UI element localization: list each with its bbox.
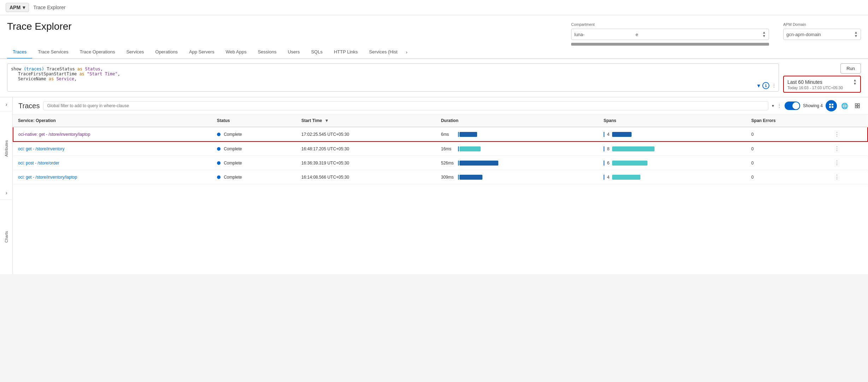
cell-status-1: Complete [212, 127, 297, 141]
duration-fill-1 [459, 132, 477, 137]
globe-view-icon[interactable]: 🌐 [840, 101, 850, 111]
side-toggle-top[interactable]: › [0, 97, 13, 111]
row-menu-4[interactable]: ⋮ [834, 174, 840, 180]
tab-app-servers[interactable]: App Servers [183, 46, 220, 59]
toggle-knob [792, 102, 799, 109]
table-row: oci: get - /store/inventory Complete 16:… [13, 141, 868, 156]
duration-text-2: 16ms [441, 146, 455, 151]
view-toggle-switch[interactable] [785, 102, 800, 110]
apm-dropdown[interactable]: APM ▾ [6, 3, 29, 12]
query-expand-chevron[interactable]: ▼ [757, 83, 760, 88]
duration-tick-4 [458, 175, 459, 180]
row-menu-3[interactable]: ⋮ [834, 160, 840, 166]
traces-panel-title: Traces [18, 102, 40, 110]
cell-service-operation-4: oci: get - /store/inventory/laptop [13, 170, 212, 184]
query-more-icon[interactable]: ⋮ [772, 83, 776, 88]
duration-bar-2 [458, 146, 481, 151]
duration-text-4: 309ms [441, 175, 455, 180]
cell-duration-4: 309ms [436, 170, 599, 184]
showing-count: Showing 4 [803, 103, 823, 108]
tab-trace-services[interactable]: Trace Services [32, 46, 74, 59]
filter-chevron-icon[interactable]: ▾ [772, 103, 774, 108]
cell-duration-3: 526ms [436, 156, 599, 170]
page-header: Trace Explorer Compartment luna- e ▲▼ AP… [0, 15, 868, 46]
table-row: oci-native: get - /store/inventory/lapto… [13, 127, 868, 141]
global-filter-input[interactable] [43, 101, 768, 110]
duration-tick-1 [458, 132, 459, 137]
charts-side-label[interactable]: Charts [0, 200, 12, 274]
progress-bar [571, 43, 769, 46]
col-header-service-operation: Service: Operation [13, 115, 212, 127]
cell-duration-2: 16ms [436, 141, 599, 156]
cell-start-time-2: 16:48:17.205 UTC+05:30 [297, 141, 436, 156]
time-selector[interactable]: Last 60 Minutes ▲▼ Today 16:03 - 17:03 U… [783, 76, 861, 93]
cell-spans-4: 4 [599, 170, 746, 184]
svg-rect-4 [855, 104, 857, 105]
expand-icon[interactable] [852, 101, 862, 111]
cell-actions-2: ⋮ [829, 141, 868, 156]
compartment-select[interactable]: luna- e ▲▼ [571, 29, 769, 40]
top-bar: APM ▾ Trace Explorer [0, 0, 868, 15]
tab-http-links[interactable]: HTTP Links [328, 46, 364, 59]
cell-start-time-4: 16:14:08.566 UTC+05:30 [297, 170, 436, 184]
toolbar-more-icon[interactable]: ⋮ [777, 103, 782, 109]
traces-table-container: Service: Operation Status Start Time ▼ D… [13, 115, 868, 184]
duration-fill-3 [459, 161, 498, 166]
tab-operations[interactable]: Operations [149, 46, 183, 59]
col-header-actions [829, 115, 868, 127]
tab-web-apps[interactable]: Web Apps [220, 46, 252, 59]
toolbar-icons: ▾ ⋮ Showing 4 🌐 [772, 100, 862, 111]
span-tick-3 [604, 161, 604, 166]
query-info-icon[interactable]: i [762, 82, 769, 89]
run-button[interactable]: Run [840, 63, 861, 74]
cell-service-operation-3: oci: post - /store/order [13, 156, 212, 170]
cell-status-4: Complete [212, 170, 297, 184]
service-operation-link-3[interactable]: oci: post - /store/order [18, 161, 59, 166]
query-line1: show (traces) TraceStatus as Status, [11, 66, 775, 71]
side-toggle-charts[interactable]: › [0, 186, 13, 200]
row-menu-1[interactable]: ⋮ [834, 131, 840, 137]
cell-spans-3: 6 [599, 156, 746, 170]
service-operation-link-2[interactable]: oci: get - /store/inventory [18, 146, 64, 151]
compartment-section: Compartment luna- e ▲▼ [571, 22, 769, 46]
query-line2: TraceFirstSpanStartTime as "Start Time", [18, 71, 775, 76]
svg-rect-1 [832, 104, 833, 105]
tabs-container: Traces Trace Services Trace Operations S… [0, 46, 868, 59]
cell-span-errors-1: 0 [746, 127, 829, 141]
duration-text-3: 526ms [441, 161, 455, 166]
tab-services[interactable]: Services [121, 46, 149, 59]
tab-users[interactable]: Users [282, 46, 305, 59]
service-operation-link-1[interactable]: oci-native: get - /store/inventory/lapto… [18, 132, 90, 137]
status-dot-1 [217, 133, 221, 136]
cell-status-3: Complete [212, 156, 297, 170]
grid-view-icon[interactable] [826, 100, 837, 111]
col-header-start-time[interactable]: Start Time ▼ [297, 115, 436, 127]
cell-start-time-1: 17:02:25.545 UTC+05:30 [297, 127, 436, 141]
tab-traces[interactable]: Traces [7, 46, 32, 59]
apm-domain-arrows: ▲▼ [854, 31, 858, 38]
cell-start-time-3: 16:36:39.319 UTC+05:30 [297, 156, 436, 170]
tab-trace-operations[interactable]: Trace Operations [74, 46, 121, 59]
row-menu-2[interactable]: ⋮ [834, 146, 840, 152]
duration-fill-4 [459, 175, 482, 180]
apm-domain-label: APM Domain [783, 22, 861, 27]
svg-rect-3 [832, 106, 833, 108]
col-header-span-errors: Span Errors [746, 115, 829, 127]
tab-services-hist[interactable]: Services (Hist [363, 46, 403, 59]
service-operation-link-4[interactable]: oci: get - /store/inventory/laptop [18, 175, 77, 180]
span-bar-2 [612, 146, 655, 151]
tab-sessions[interactable]: Sessions [252, 46, 282, 59]
attributes-side-label[interactable]: Attributes [0, 111, 12, 186]
query-section: show (traces) TraceStatus as Status, Tra… [0, 59, 868, 97]
apm-chevron-icon: ▾ [23, 5, 25, 10]
svg-rect-5 [858, 104, 860, 105]
cell-service-operation-2: oci: get - /store/inventory [13, 141, 212, 156]
query-line3: ServiceName as Service, [18, 76, 775, 81]
tab-more-icon[interactable]: › [403, 46, 410, 58]
svg-rect-0 [829, 104, 831, 105]
tab-sqls[interactable]: SQLs [305, 46, 328, 59]
table-row: oci: get - /store/inventory/laptop Compl… [13, 170, 868, 184]
cell-actions-4: ⋮ [829, 170, 868, 184]
apm-domain-select[interactable]: gcn-apm-domain ▲▼ [783, 29, 861, 40]
duration-text-1: 6ms [441, 132, 455, 137]
